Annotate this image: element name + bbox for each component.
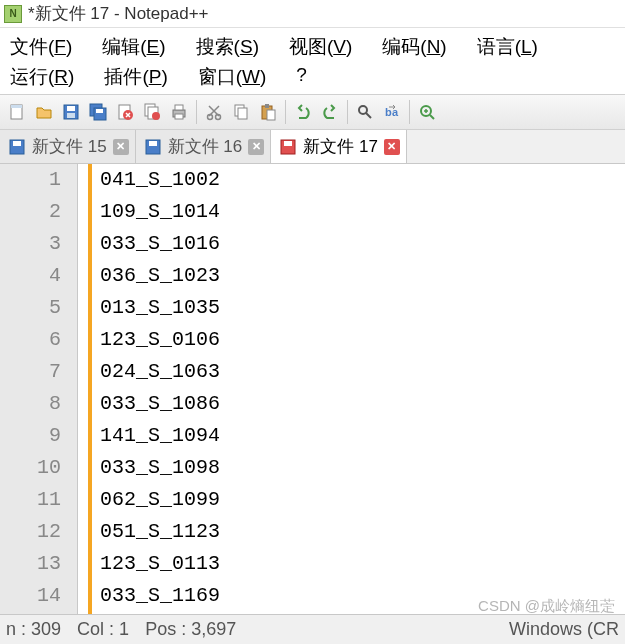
- save-icon: [144, 138, 162, 156]
- svg-point-17: [216, 115, 221, 120]
- tab-file-16[interactable]: 新文件 16 ✕: [136, 130, 272, 163]
- status-line: n : 309: [6, 619, 61, 640]
- line-number: 14: [0, 580, 61, 612]
- close-all-button[interactable]: [139, 99, 165, 125]
- svg-rect-7: [96, 109, 103, 113]
- svg-point-23: [359, 106, 367, 114]
- status-col: Col : 1: [77, 619, 129, 640]
- new-file-button[interactable]: [4, 99, 30, 125]
- app-icon: N: [4, 5, 22, 23]
- svg-rect-14: [175, 105, 183, 110]
- undo-button[interactable]: [290, 99, 316, 125]
- svg-rect-1: [11, 105, 22, 108]
- menu-file[interactable]: 文件(F): [10, 32, 86, 62]
- svg-point-12: [152, 112, 160, 120]
- menu-help[interactable]: ?: [296, 62, 321, 92]
- svg-rect-4: [67, 113, 75, 118]
- status-eol: Windows (CR: [509, 619, 619, 640]
- save-button[interactable]: [58, 99, 84, 125]
- toolbar-separator: [409, 100, 410, 124]
- code-line[interactable]: 123_S_0106: [100, 324, 625, 356]
- svg-text:b: b: [385, 106, 392, 118]
- line-number: 7: [0, 356, 61, 388]
- menu-window[interactable]: 窗口(W): [198, 62, 281, 92]
- copy-button[interactable]: [228, 99, 254, 125]
- menu-bar: 文件(F) 编辑(E) 搜索(S) 视图(V) 编码(N) 语言(L) 运行(R…: [0, 28, 625, 94]
- code-line[interactable]: 013_S_1035: [100, 292, 625, 324]
- svg-rect-28: [13, 141, 21, 146]
- code-line[interactable]: 109_S_1014: [100, 196, 625, 228]
- code-line[interactable]: 062_S_1099: [100, 484, 625, 516]
- code-line[interactable]: 033_S_1169: [100, 580, 625, 612]
- redo-button[interactable]: [317, 99, 343, 125]
- menu-edit[interactable]: 编辑(E): [102, 32, 179, 62]
- close-icon[interactable]: ✕: [384, 139, 400, 155]
- cut-button[interactable]: [201, 99, 227, 125]
- svg-rect-15: [175, 114, 183, 119]
- menu-run[interactable]: 运行(R): [10, 62, 88, 92]
- line-number-gutter: 1234567891011121314: [0, 164, 78, 614]
- line-number: 3: [0, 228, 61, 260]
- svg-rect-19: [238, 108, 247, 119]
- tab-label: 新文件 15: [32, 135, 107, 158]
- menu-view[interactable]: 视图(V): [289, 32, 366, 62]
- print-button[interactable]: [166, 99, 192, 125]
- fold-margin: [78, 164, 92, 614]
- line-number: 9: [0, 420, 61, 452]
- code-line[interactable]: 041_S_1002: [100, 164, 625, 196]
- menu-language[interactable]: 语言(L): [477, 32, 552, 62]
- status-pos: Pos : 3,697: [145, 619, 236, 640]
- tab-file-15[interactable]: 新文件 15 ✕: [0, 130, 136, 163]
- title-bar: N *新文件 17 - Notepad++: [0, 0, 625, 28]
- svg-rect-21: [265, 104, 269, 108]
- svg-rect-22: [267, 110, 275, 120]
- save-icon: [8, 138, 26, 156]
- code-line[interactable]: 033_S_1098: [100, 452, 625, 484]
- status-bar: n : 309 Col : 1 Pos : 3,697 Windows (CR: [0, 614, 625, 644]
- line-number: 2: [0, 196, 61, 228]
- paste-button[interactable]: [255, 99, 281, 125]
- menu-search[interactable]: 搜索(S): [196, 32, 273, 62]
- code-area[interactable]: 041_S_1002109_S_1014033_S_1016036_S_1023…: [92, 164, 625, 614]
- tab-file-17[interactable]: 新文件 17 ✕: [271, 130, 407, 163]
- save-icon-modified: [279, 138, 297, 156]
- line-number: 8: [0, 388, 61, 420]
- toolbar-separator: [347, 100, 348, 124]
- editor: 1234567891011121314 041_S_1002109_S_1014…: [0, 164, 625, 614]
- line-number: 5: [0, 292, 61, 324]
- line-number: 4: [0, 260, 61, 292]
- find-button[interactable]: [352, 99, 378, 125]
- line-number: 10: [0, 452, 61, 484]
- line-number: 1: [0, 164, 61, 196]
- close-icon[interactable]: ✕: [248, 139, 264, 155]
- code-line[interactable]: 033_S_1086: [100, 388, 625, 420]
- code-line[interactable]: 141_S_1094: [100, 420, 625, 452]
- svg-point-16: [208, 115, 213, 120]
- code-line[interactable]: 051_S_1123: [100, 516, 625, 548]
- code-line[interactable]: 036_S_1023: [100, 260, 625, 292]
- svg-rect-32: [284, 141, 292, 146]
- save-all-button[interactable]: [85, 99, 111, 125]
- close-icon[interactable]: ✕: [113, 139, 129, 155]
- svg-text:a: a: [392, 106, 399, 118]
- line-number: 11: [0, 484, 61, 516]
- svg-rect-3: [67, 106, 75, 111]
- zoom-button[interactable]: [414, 99, 440, 125]
- close-button[interactable]: [112, 99, 138, 125]
- window-title: *新文件 17 - Notepad++: [28, 2, 208, 25]
- menu-plugins[interactable]: 插件(P): [104, 62, 181, 92]
- tab-label: 新文件 16: [168, 135, 243, 158]
- line-number: 12: [0, 516, 61, 548]
- code-line[interactable]: 033_S_1016: [100, 228, 625, 260]
- tab-label: 新文件 17: [303, 135, 378, 158]
- open-file-button[interactable]: [31, 99, 57, 125]
- replace-button[interactable]: ba: [379, 99, 405, 125]
- code-line[interactable]: 024_S_1063: [100, 356, 625, 388]
- tab-bar: 新文件 15 ✕ 新文件 16 ✕ 新文件 17 ✕: [0, 130, 625, 164]
- toolbar: ba: [0, 94, 625, 130]
- toolbar-separator: [285, 100, 286, 124]
- toolbar-separator: [196, 100, 197, 124]
- code-line[interactable]: 123_S_0113: [100, 548, 625, 580]
- menu-encoding[interactable]: 编码(N): [382, 32, 460, 62]
- line-number: 6: [0, 324, 61, 356]
